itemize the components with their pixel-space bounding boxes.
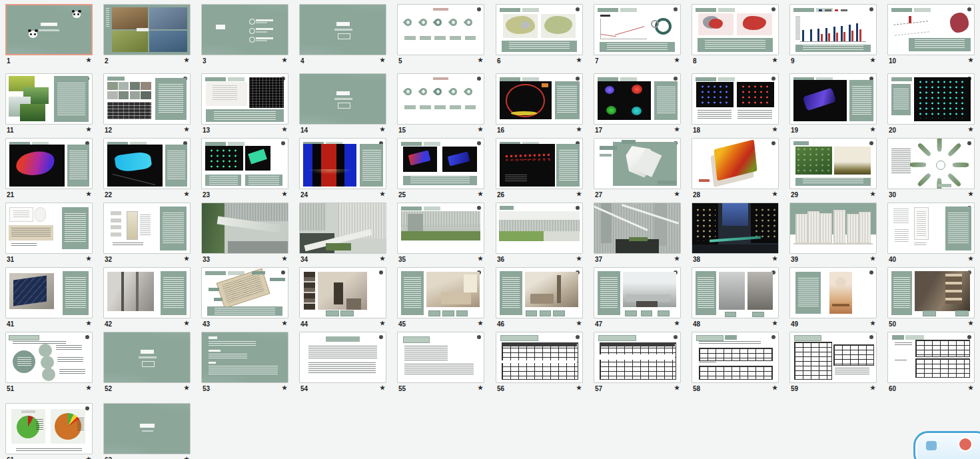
slide-thumbnail[interactable] [299, 73, 386, 125]
slide-cell[interactable]: 57★ [594, 332, 681, 383]
slide-cell[interactable]: 3★ [201, 4, 288, 55]
slide-thumbnail[interactable] [201, 4, 288, 55]
slide-thumbnail[interactable] [594, 203, 681, 254]
animation-star-icon[interactable]: ★ [772, 191, 777, 197]
animation-star-icon[interactable]: ★ [870, 384, 875, 391]
slide-thumbnail[interactable] [692, 138, 779, 189]
slide-thumbnail[interactable] [299, 203, 386, 254]
animation-star-icon[interactable]: ★ [674, 320, 680, 326]
slide-thumbnail[interactable] [789, 267, 877, 318]
animation-star-icon[interactable]: ★ [968, 384, 973, 391]
slide-thumbnail[interactable] [5, 138, 93, 189]
animation-star-icon[interactable]: ★ [282, 255, 287, 262]
animation-star-icon[interactable]: ★ [478, 191, 483, 197]
slide-cell[interactable]: 23★ [201, 138, 288, 189]
animation-star-icon[interactable]: ★ [184, 126, 189, 133]
animation-star-icon[interactable]: ★ [184, 320, 189, 326]
slide-cell[interactable]: 21★ [5, 138, 93, 189]
animation-star-icon[interactable]: ★ [674, 126, 680, 133]
animation-star-icon[interactable]: ★ [282, 126, 287, 133]
slide-thumbnail[interactable] [5, 203, 93, 254]
slide-cell[interactable]: 39★ [789, 203, 877, 254]
slide-thumbnail[interactable] [103, 203, 191, 254]
animation-star-icon[interactable]: ★ [772, 384, 777, 391]
slide-thumbnail[interactable] [594, 267, 681, 318]
slide-cell[interactable]: 36★ [496, 203, 583, 254]
slide-thumbnail[interactable] [103, 267, 191, 318]
animation-star-icon[interactable]: ★ [968, 57, 973, 63]
slide-thumbnail[interactable] [496, 267, 583, 318]
slide-thumbnail[interactable] [5, 332, 93, 383]
slide-thumbnail[interactable] [397, 267, 484, 318]
slide-cell[interactable]: 46★ [496, 267, 583, 318]
animation-star-icon[interactable]: ★ [380, 191, 385, 197]
slide-cell[interactable]: 6★ [496, 4, 583, 55]
slide-cell[interactable]: 29★ [789, 138, 877, 189]
slide-cell[interactable]: 32★ [103, 203, 191, 254]
slide-thumbnail[interactable] [692, 267, 779, 318]
animation-star-icon[interactable]: ★ [478, 384, 483, 391]
slide-cell[interactable]: 22★ [103, 138, 191, 189]
animation-star-icon[interactable]: ★ [380, 384, 385, 391]
slide-thumbnail[interactable] [103, 403, 191, 454]
slide-cell[interactable]: 50★ [887, 267, 975, 318]
slide-thumbnail[interactable] [594, 73, 681, 125]
slide-thumbnail[interactable] [789, 332, 877, 383]
slide-thumbnail[interactable] [5, 4, 93, 55]
slide-cell[interactable]: 53★ [201, 332, 288, 383]
slide-thumbnail[interactable] [789, 138, 877, 189]
animation-star-icon[interactable]: ★ [772, 126, 777, 133]
slide-cell[interactable]: 7★ [594, 4, 681, 55]
animation-star-icon[interactable]: ★ [576, 191, 582, 197]
animation-star-icon[interactable]: ★ [576, 255, 582, 262]
animation-star-icon[interactable]: ★ [870, 57, 875, 63]
slide-cell[interactable]: 51★ [5, 332, 93, 383]
slide-thumbnail[interactable] [201, 332, 288, 383]
slide-cell[interactable]: 26★ [496, 138, 583, 189]
slide-thumbnail[interactable] [201, 73, 288, 125]
slide-cell[interactable]: 13★ [201, 73, 288, 125]
animation-star-icon[interactable]: ★ [478, 126, 483, 133]
slide-cell[interactable]: 9★ [789, 4, 877, 55]
slide-cell[interactable]: 37★ [594, 203, 681, 254]
animation-star-icon[interactable]: ★ [184, 255, 189, 262]
slide-cell[interactable]: 8★ [692, 4, 779, 55]
animation-star-icon[interactable]: ★ [870, 255, 875, 262]
animation-star-icon[interactable]: ★ [86, 126, 91, 133]
slide-thumbnail[interactable] [594, 138, 681, 189]
slide-cell[interactable]: 20★ [887, 73, 975, 125]
slide-cell[interactable]: 49★ [789, 267, 877, 318]
slide-thumbnail[interactable] [692, 332, 779, 383]
animation-star-icon[interactable]: ★ [380, 255, 385, 262]
slide-thumbnail[interactable] [789, 203, 877, 254]
slide-thumbnail[interactable] [5, 403, 93, 454]
animation-star-icon[interactable]: ★ [576, 320, 582, 326]
slide-cell[interactable]: 31★ [5, 203, 93, 254]
slide-thumbnail[interactable] [692, 73, 779, 125]
animation-star-icon[interactable]: ★ [380, 320, 385, 326]
slide-cell[interactable]: 52★ [103, 332, 191, 383]
animation-star-icon[interactable]: ★ [772, 320, 777, 326]
animation-star-icon[interactable]: ★ [870, 126, 875, 133]
slide-thumbnail[interactable] [103, 138, 191, 189]
slide-cell[interactable]: 56★ [496, 332, 583, 383]
slide-cell[interactable]: 28★ [692, 138, 779, 189]
animation-star-icon[interactable]: ★ [282, 191, 287, 197]
slide-thumbnail[interactable] [692, 203, 779, 254]
animation-star-icon[interactable]: ★ [86, 191, 91, 197]
slide-cell[interactable]: 55★ [397, 332, 484, 383]
animation-star-icon[interactable]: ★ [478, 57, 483, 63]
animation-star-icon[interactable]: ★ [282, 57, 287, 63]
assistant-widget[interactable] [913, 431, 980, 459]
slide-thumbnail[interactable] [594, 332, 681, 383]
slide-cell[interactable]: 17★ [594, 73, 681, 125]
slide-thumbnail[interactable] [201, 267, 288, 318]
slide-thumbnail[interactable] [496, 73, 583, 125]
slide-thumbnail[interactable] [789, 4, 877, 55]
slide-thumbnail[interactable] [201, 203, 288, 254]
animation-star-icon[interactable]: ★ [870, 191, 875, 197]
slide-thumbnail[interactable] [201, 138, 288, 189]
animation-star-icon[interactable]: ★ [968, 126, 973, 133]
slide-thumbnail[interactable] [299, 332, 386, 383]
slide-cell[interactable]: 15★ [397, 73, 484, 125]
